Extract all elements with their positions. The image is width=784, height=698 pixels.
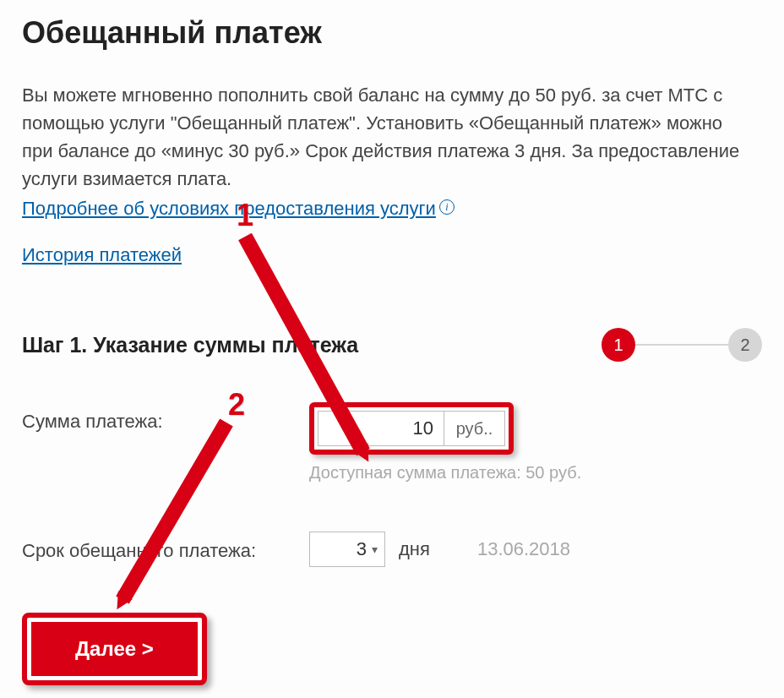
amount-input[interactable] xyxy=(318,411,444,446)
page-title: Обещанный платеж xyxy=(22,15,762,51)
description-text: Вы можете мгновенно пополнить свой балан… xyxy=(22,81,749,193)
term-select[interactable]: 3 ▾ xyxy=(309,532,385,567)
annotation-number-2: 2 xyxy=(228,387,245,423)
step-1-indicator: 1 xyxy=(602,328,635,362)
annotation-number-1: 1 xyxy=(237,198,253,233)
step-2-indicator[interactable]: 2 xyxy=(728,328,762,362)
info-icon[interactable]: i xyxy=(439,199,455,215)
available-amount-text: Доступная сумма платежа: 50 руб. xyxy=(309,463,762,483)
amount-label: Сумма платежа: xyxy=(22,402,309,433)
description-block: Вы можете мгновенно пополнить свой балан… xyxy=(22,81,749,269)
more-conditions-link[interactable]: Подробнее об условиях предоставления усл… xyxy=(22,194,436,222)
amount-unit: руб.. xyxy=(444,411,505,446)
form: Сумма платежа: руб.. Доступная сумма пла… xyxy=(22,402,762,567)
term-value: 3 xyxy=(357,538,367,560)
step-indicator: 1 2 xyxy=(602,328,762,362)
chevron-down-icon: ▾ xyxy=(372,543,378,556)
step-connector xyxy=(635,344,728,346)
step-title: Шаг 1. Указание суммы платежа xyxy=(22,333,358,357)
next-button[interactable]: Далее > xyxy=(31,622,198,676)
step-header: Шаг 1. Указание суммы платежа 1 2 xyxy=(22,328,762,362)
term-unit: дня xyxy=(399,538,430,560)
payment-history-link[interactable]: История платежей xyxy=(22,241,182,269)
term-label: Срок обещанного платежа: xyxy=(22,532,309,562)
next-button-highlight-box: Далее > xyxy=(22,613,207,685)
term-date: 13.06.2018 xyxy=(477,538,570,560)
amount-highlight-box: руб.. xyxy=(309,402,514,455)
